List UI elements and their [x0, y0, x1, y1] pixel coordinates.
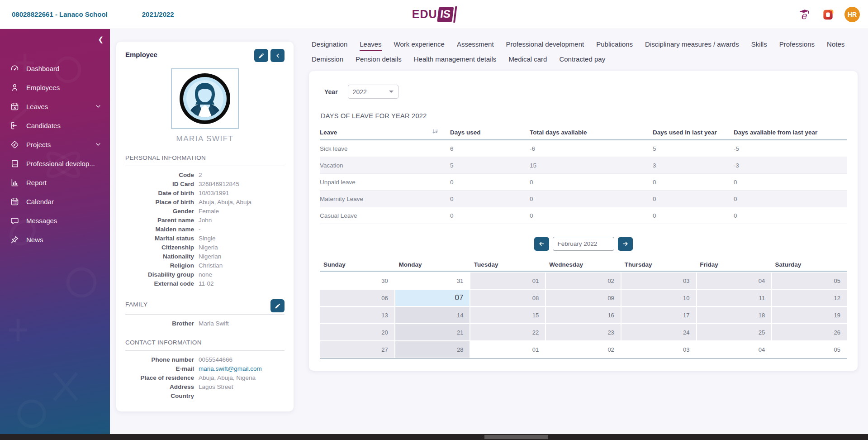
column-header-total-days-available[interactable]: Total days available: [530, 129, 653, 136]
sidebar-item-messages[interactable]: Messages: [0, 211, 110, 230]
sidebar-item-news[interactable]: News: [0, 230, 110, 249]
sidebar-nav: DashboardEmployeesLeavesCandidatesProjec…: [0, 59, 110, 249]
sidebar-item-dashboard[interactable]: Dashboard: [0, 59, 110, 78]
calendar-day-cell[interactable]: 15: [470, 307, 545, 323]
calendar-day-cell[interactable]: 31: [395, 273, 470, 289]
calendar-day-cell[interactable]: 04: [697, 273, 772, 289]
field-label: ID Card: [125, 180, 194, 189]
back-button[interactable]: [270, 49, 285, 62]
calendar-day-cell[interactable]: 18: [697, 307, 772, 323]
logo-text-is: IS: [437, 7, 454, 22]
calendar-day-cell[interactable]: 03: [621, 341, 696, 358]
calendar-day-cell[interactable]: 10: [621, 290, 696, 306]
leave-table-cell: 0: [450, 196, 530, 202]
leave-table-cell: 6: [450, 145, 530, 152]
column-header-days-used-in-last-year[interactable]: Days used in last year: [653, 129, 734, 136]
horizontal-scrollbar[interactable]: [0, 434, 868, 440]
horizontal-scrollbar-thumb[interactable]: [484, 435, 548, 439]
calendar-day-cell[interactable]: 13: [320, 307, 394, 323]
sidebar-item-projects[interactable]: Projects: [0, 135, 110, 154]
calendar-day-cell[interactable]: 24: [621, 324, 696, 340]
field-value: 2: [199, 171, 285, 180]
column-header-days-available-from-last-year[interactable]: Days available from last year: [734, 129, 847, 136]
office-365-icon[interactable]: [821, 7, 835, 22]
column-header-leave[interactable]: Leave: [320, 129, 450, 136]
tab-notes[interactable]: Notes: [827, 40, 844, 51]
calendar-day-cell[interactable]: 11: [697, 290, 772, 306]
eduis-app-icon[interactable]: e: [797, 7, 811, 22]
calendar-day-cell[interactable]: 16: [546, 307, 621, 323]
calendar-day-cell[interactable]: 03: [621, 273, 696, 289]
calendar-day-headers: SundayMondayTuesdayWednesdayThursdayFrid…: [320, 258, 847, 272]
school-selector[interactable]: 08028822661 - Lanaco School: [12, 10, 108, 18]
calendar-day-cell[interactable]: 19: [772, 307, 847, 323]
next-month-button[interactable]: [618, 237, 633, 251]
field-row: Parent nameJohn: [125, 216, 285, 225]
field-value: Maria Swift: [199, 319, 285, 328]
tab-work-experience[interactable]: Work experience: [394, 40, 445, 51]
field-value: Single: [199, 234, 285, 243]
calendar-day-cell[interactable]: 05: [772, 273, 847, 289]
email-link[interactable]: maria.swift@gmail.com: [199, 364, 285, 373]
tab-professional-development[interactable]: Professional development: [506, 40, 584, 51]
tab-health-management-details[interactable]: Health management details: [414, 55, 497, 66]
field-value: Female: [199, 207, 285, 216]
calendar-day-cell[interactable]: 01: [470, 273, 545, 289]
calendar-day-cell[interactable]: 28: [395, 341, 470, 358]
tab-assessment[interactable]: Assessment: [457, 40, 494, 51]
tab-leaves[interactable]: Leaves: [360, 40, 381, 51]
calendar-day-cell[interactable]: 17: [621, 307, 696, 323]
field-value: 11-02: [199, 279, 285, 288]
year-select[interactable]: 2022: [348, 85, 398, 99]
month-input[interactable]: [553, 237, 614, 251]
column-header-days-used[interactable]: Days used: [450, 129, 530, 136]
sidebar-item-calendar[interactable]: Calendar: [0, 192, 110, 211]
sidebar-item-candidates[interactable]: Candidates: [0, 116, 110, 135]
school-year-selector[interactable]: 2021/2022: [142, 10, 174, 18]
tab-publications[interactable]: Publications: [596, 40, 633, 51]
calendar-day-cell[interactable]: 23: [546, 324, 621, 340]
calendar-day-cell[interactable]: 14: [395, 307, 470, 323]
sidebar-item-employees[interactable]: Employees: [0, 78, 110, 97]
tab-skills[interactable]: Skills: [751, 40, 767, 51]
field-row: GenderFemale: [125, 207, 285, 216]
calendar-day-cell[interactable]: 20: [320, 324, 394, 340]
calendar-day-cell[interactable]: 09: [546, 290, 621, 306]
tab-professions[interactable]: Professions: [779, 40, 815, 51]
edit-employee-button[interactable]: [254, 49, 268, 62]
previous-month-button[interactable]: [534, 237, 549, 251]
sidebar-item-leaves[interactable]: Leaves: [0, 97, 110, 116]
calendar-day-cell[interactable]: 30: [320, 273, 394, 289]
tab-pension-details[interactable]: Pension details: [356, 55, 402, 66]
calendar-day-cell[interactable]: 21: [395, 324, 470, 340]
calendar-day-cell[interactable]: 12: [772, 290, 847, 306]
edit-family-button[interactable]: [270, 299, 285, 312]
sidebar-collapse-icon[interactable]: ❮: [98, 35, 104, 43]
tab-medical-card[interactable]: Medical card: [508, 55, 547, 66]
sort-icon[interactable]: [432, 129, 438, 136]
calendar-day-cell[interactable]: 27: [320, 341, 394, 358]
calendar-day-cell[interactable]: 26: [772, 324, 847, 340]
tab-disciplinary-measures-awards[interactable]: Disciplinary measures / awards: [645, 40, 739, 51]
sidebar-item-report[interactable]: Report: [0, 173, 110, 192]
calendar-day-cell[interactable]: 04: [697, 341, 772, 358]
field-row: AddressLagos Street: [125, 383, 285, 392]
calendar-day-cell[interactable]: 25: [697, 324, 772, 340]
calendar-day-cell[interactable]: 01: [470, 341, 545, 358]
sidebar-item-professional-develop[interactable]: Professional develop...: [0, 154, 110, 173]
tab-contracted-pay[interactable]: Contracted pay: [559, 55, 605, 66]
messages-icon: [9, 215, 20, 226]
user-avatar[interactable]: HR: [844, 7, 860, 22]
leave-table-cell: Vacation: [320, 162, 450, 169]
tab-designation[interactable]: Designation: [312, 40, 347, 51]
sidebar: ❮ DashboardEmployeesLeavesCandidatesProj…: [0, 29, 110, 434]
candidates-icon: [9, 120, 20, 131]
calendar-day-cell[interactable]: 02: [546, 341, 621, 358]
calendar-day-cell[interactable]: 02: [546, 273, 621, 289]
calendar-day-selected[interactable]: 07: [395, 290, 470, 306]
calendar-day-cell[interactable]: 06: [320, 290, 394, 306]
tab-demission[interactable]: Demission: [312, 55, 343, 66]
calendar-day-cell[interactable]: 22: [470, 324, 545, 340]
calendar-day-cell[interactable]: 05: [772, 341, 847, 358]
calendar-day-cell[interactable]: 08: [470, 290, 545, 306]
